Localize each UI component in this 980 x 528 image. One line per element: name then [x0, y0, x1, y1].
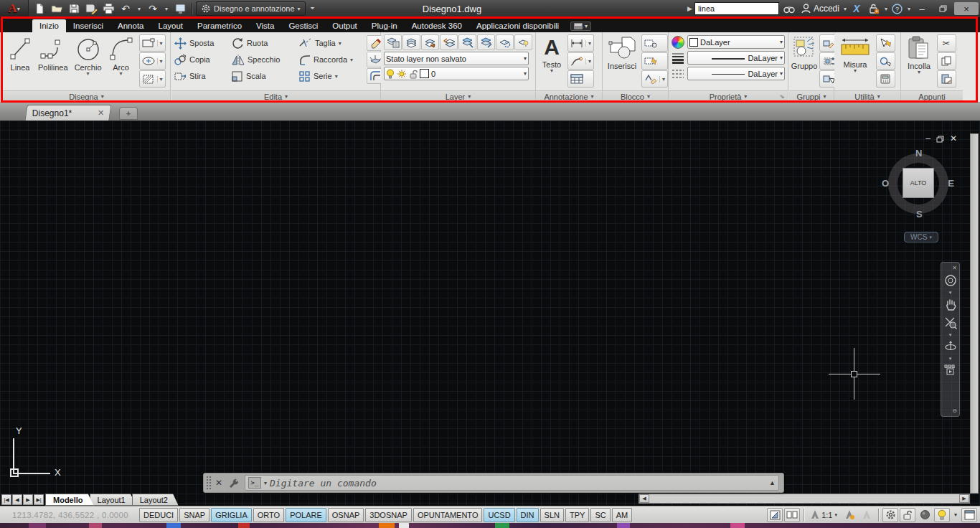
- stay-connected-button[interactable]: [867, 1, 882, 16]
- quick-select-button[interactable]: [876, 34, 895, 52]
- save-as-button[interactable]: [83, 1, 99, 16]
- viewcube-west[interactable]: O: [882, 178, 889, 189]
- chevron-down-icon[interactable]: ▾: [949, 290, 952, 295]
- viewcube-top-face[interactable]: ALTO: [903, 168, 934, 198]
- layer-lock-button[interactable]: [514, 34, 532, 50]
- layer-match-button[interactable]: [402, 34, 420, 50]
- open-file-button[interactable]: [49, 1, 65, 16]
- layer-color-swatch[interactable]: [420, 69, 429, 78]
- drawing-recovery-button[interactable]: [172, 1, 188, 16]
- search-button[interactable]: [781, 1, 797, 16]
- navbar-close-icon[interactable]: ✕: [952, 265, 957, 271]
- orbit-button[interactable]: [943, 337, 958, 356]
- create-block-button[interactable]: [641, 34, 668, 52]
- toggle-ucsd[interactable]: UCSD: [484, 508, 514, 522]
- layer-isolate-button[interactable]: [458, 34, 476, 50]
- vertical-scrollbar[interactable]: [970, 133, 979, 494]
- hardware-accel-button[interactable]: [934, 508, 950, 522]
- copy-clip-button[interactable]: [937, 52, 956, 70]
- plot-button[interactable]: [100, 1, 116, 16]
- toggle-griglia[interactable]: GRIGLIA: [211, 508, 252, 522]
- viewcube-south[interactable]: S: [916, 209, 923, 220]
- panel-title-proprieta[interactable]: Proprietà▾⇘: [669, 90, 788, 102]
- lineweight-dropdown[interactable]: DaLayer▾: [687, 51, 785, 65]
- command-history-icon[interactable]: ▲: [769, 479, 776, 486]
- chevron-down-icon[interactable]: ▾: [157, 58, 165, 65]
- app-menu-button[interactable]: A▾: [0, 0, 29, 17]
- minimize-icon[interactable]: –: [925, 133, 930, 143]
- layer-dropdown[interactable]: 0 ▾: [384, 67, 529, 80]
- wcs-menu[interactable]: WCS▾: [904, 232, 938, 242]
- undo-button[interactable]: ↶: [118, 1, 133, 16]
- edit-block-button[interactable]: [641, 52, 668, 70]
- search-expand-icon[interactable]: ▶: [687, 5, 692, 12]
- polilinea-button[interactable]: Polilinea: [36, 34, 70, 73]
- redo-button[interactable]: ↷: [145, 1, 161, 16]
- scala-button[interactable]: Scala: [232, 68, 298, 84]
- panel-title-disegna[interactable]: Disegna▾: [3, 90, 170, 102]
- showmotion-button[interactable]: [943, 361, 958, 380]
- toggle-orto[interactable]: ORTO: [253, 508, 284, 522]
- file-tab-disegno1[interactable]: Disegno1* ✕: [24, 105, 111, 121]
- chevron-down-icon[interactable]: ▾: [585, 58, 593, 65]
- pan-button[interactable]: [943, 295, 958, 314]
- linetype-icon[interactable]: [672, 69, 684, 79]
- raccorda-button[interactable]: Raccorda▾: [299, 52, 365, 67]
- last-tab-icon[interactable]: ▶|: [34, 494, 44, 505]
- copia-button[interactable]: Copia: [174, 52, 230, 67]
- toggle-sc[interactable]: SC: [590, 508, 610, 522]
- chevron-down-icon[interactable]: ▾: [335, 73, 338, 80]
- tab-autodesk360[interactable]: Autodesk 360: [405, 19, 469, 32]
- new-drawing-tab-button[interactable]: +: [119, 107, 138, 120]
- exchange-apps-button[interactable]: X: [849, 1, 864, 16]
- command-close-button[interactable]: ✕: [212, 478, 226, 488]
- toggle-snap[interactable]: SNAP: [179, 508, 209, 522]
- restore-button[interactable]: [933, 2, 952, 15]
- dimension-button[interactable]: ▾: [567, 34, 594, 52]
- toggle-am[interactable]: AM: [612, 508, 633, 522]
- search-input[interactable]: [694, 2, 779, 15]
- statusbar-menu-button[interactable]: ▾: [951, 508, 960, 522]
- annotation-scale-button[interactable]: 1:1 ▾: [808, 508, 840, 522]
- tab-output[interactable]: Output: [325, 19, 364, 32]
- command-customize-button[interactable]: [226, 478, 240, 488]
- cut-button[interactable]: ✂: [937, 34, 956, 52]
- tab-parametrico[interactable]: Parametrico: [190, 19, 249, 32]
- toggle-opuntamento[interactable]: OPUNTAMENTO: [413, 508, 483, 522]
- next-tab-icon[interactable]: ▶: [23, 494, 33, 505]
- close-icon[interactable]: ✕: [950, 133, 957, 143]
- chevron-down-icon[interactable]: ▾: [585, 40, 593, 47]
- panel-title-edita[interactable]: Edita▾: [171, 90, 380, 102]
- navbar-options-icon[interactable]: ⊖: [952, 407, 957, 414]
- toggle-3dosnap[interactable]: 3DOSNAP: [365, 508, 412, 522]
- layer-state-dropdown[interactable]: Stato layer non salvato▾: [384, 52, 529, 65]
- panel-title-utilita[interactable]: Utilità▾: [834, 90, 900, 102]
- layer-previous-button[interactable]: [440, 34, 458, 50]
- chevron-down-icon[interactable]: ▾: [264, 480, 267, 486]
- paste-special-button[interactable]: [937, 70, 956, 88]
- bulb-icon[interactable]: [386, 69, 395, 79]
- undo-dropdown[interactable]: ▾: [135, 1, 143, 16]
- tab-layout2[interactable]: Layout2: [132, 494, 179, 506]
- chevron-down-icon[interactable]: ▾: [157, 40, 165, 47]
- viewcube[interactable]: N O E S ALTO: [885, 151, 951, 217]
- lock-ui-button[interactable]: [900, 508, 915, 522]
- object-color-dropdown[interactable]: DaLayer▾: [687, 35, 785, 49]
- arco-button[interactable]: Arco ▾: [106, 34, 136, 77]
- panel-title-annotazione[interactable]: Annotazione▾: [536, 90, 602, 102]
- linea-button[interactable]: Linea: [6, 34, 34, 73]
- command-drag-grip[interactable]: [206, 476, 212, 490]
- command-prompt-icon[interactable]: >_: [248, 477, 261, 489]
- quick-calc-button[interactable]: [876, 70, 895, 88]
- chevron-down-icon[interactable]: ▾: [844, 6, 847, 12]
- toggle-sln[interactable]: SLN: [540, 508, 564, 522]
- chevron-down-icon[interactable]: ▾: [949, 356, 952, 361]
- rectangle-button[interactable]: ▾: [139, 34, 166, 52]
- linetype-dropdown[interactable]: DaLayer▾: [687, 67, 785, 80]
- toggle-deduci[interactable]: DEDUCI: [139, 508, 178, 522]
- tab-annota[interactable]: Annota: [110, 19, 151, 32]
- layer-make-current-button[interactable]: [421, 34, 439, 50]
- chevron-down-icon[interactable]: ▾: [949, 332, 952, 337]
- workspace-gear-button[interactable]: [882, 508, 898, 522]
- panel-title-gruppi[interactable]: Gruppi▾: [789, 90, 834, 102]
